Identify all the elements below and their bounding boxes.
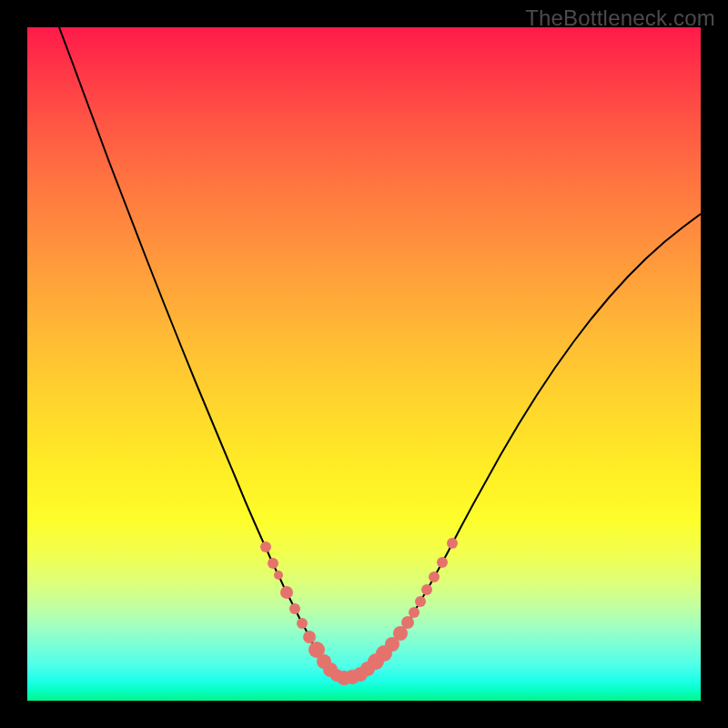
marker-left-5 (297, 618, 308, 629)
curve-left-branch (59, 27, 351, 678)
marker-right-8 (421, 584, 432, 595)
marker-right-7 (415, 596, 426, 607)
marker-left-0 (260, 541, 271, 552)
marker-left-6 (303, 631, 316, 643)
marker-right-9 (429, 571, 440, 582)
data-markers (260, 538, 458, 685)
marker-left-2 (274, 571, 283, 580)
marker-right-10 (437, 557, 448, 568)
marker-left-4 (289, 603, 300, 614)
marker-right-6 (409, 607, 420, 618)
marker-right-5 (401, 616, 414, 629)
marker-left-3 (280, 586, 293, 599)
chart-svg (27, 27, 701, 701)
curve-right-branch (339, 214, 701, 678)
marker-left-1 (268, 558, 278, 569)
marker-right-11 (447, 538, 458, 549)
chart-plot-area (27, 27, 701, 701)
watermark-text: TheBottleneck.com (525, 5, 715, 31)
